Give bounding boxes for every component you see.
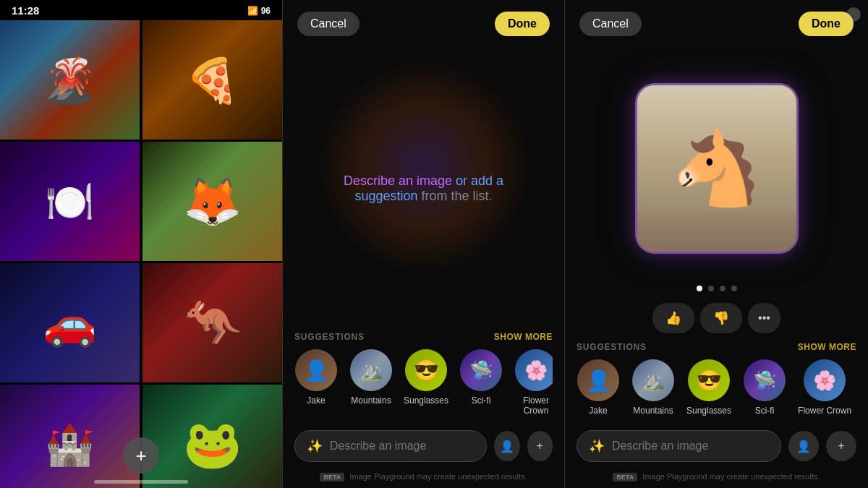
result-input-bar: ✨ 👤 + xyxy=(565,423,868,472)
horse-street-bg xyxy=(637,208,796,252)
result-chip-jake[interactable]: 👤 Jake xyxy=(576,359,620,416)
result-describe-input[interactable] xyxy=(612,440,769,453)
describe-input[interactable] xyxy=(330,440,475,453)
photo-pizza[interactable] xyxy=(142,20,282,140)
result-sunglasses-bg: 😎 xyxy=(688,359,730,401)
result-beta-text: Image Playground may create unexpected r… xyxy=(642,472,820,481)
thumbs-up-button[interactable]: 👍 xyxy=(652,303,694,333)
photo-car[interactable] xyxy=(0,263,140,382)
result-done-button[interactable]: Done xyxy=(799,12,854,36)
dot-1[interactable] xyxy=(697,286,702,291)
status-time: 11:28 xyxy=(12,4,39,17)
sunglasses-label: Sunglasses xyxy=(404,395,448,406)
result-mountains-label: Mountains xyxy=(633,406,673,416)
photo-frog[interactable] xyxy=(142,385,282,488)
scifi-avatar-bg: 🛸 xyxy=(460,349,502,391)
dot-2[interactable] xyxy=(708,286,714,291)
result-chip-scifi[interactable]: 🛸 Sci-fi xyxy=(743,359,786,416)
result-sunglasses-label: Sunglasses xyxy=(686,406,731,416)
flower-crown-label: Flower Crown xyxy=(514,395,553,416)
result-top-bar: Cancel Done xyxy=(565,0,868,45)
thumbs-down-icon: 👎 xyxy=(713,310,729,326)
or-add-text: or add a xyxy=(456,174,503,188)
result-scifi-label: Sci-fi xyxy=(755,406,775,416)
result-suggestions-section: SUGGESTIONS SHOW MORE 👤 Jake ⛰️ Mountain… xyxy=(565,342,868,423)
result-avatar-jake: 👤 xyxy=(577,359,619,401)
result-suggestions-header: SUGGESTIONS SHOW MORE xyxy=(576,342,856,352)
result-plus-icon: + xyxy=(838,440,844,453)
chip-flower-crown[interactable]: 🌸 Flower Crown xyxy=(514,349,553,416)
jake-label: Jake xyxy=(307,395,325,406)
plus-icon: + xyxy=(135,445,146,467)
wand-icon: ✨ xyxy=(307,438,323,454)
playground-result-panel: Cancel Done 🐴 👍 👎 ••• SUGGESTIONS SHOW M… xyxy=(564,0,868,488)
chip-sunglasses[interactable]: 😎 Sunglasses xyxy=(404,349,448,416)
mountains-avatar-bg: ⛰️ xyxy=(350,349,392,391)
result-chip-flower-crown[interactable]: 🌸 Flower Crown xyxy=(798,359,851,416)
input-field-wrap[interactable]: ✨ xyxy=(294,430,487,462)
plus-icon: + xyxy=(537,440,543,453)
suggestion-chips: 👤 Jake ⛰️ Mountains 😎 Sunglasses 🛸 xyxy=(294,349,553,416)
thumbs-up-icon: 👍 xyxy=(665,310,681,326)
avatar-jake: 👤 xyxy=(295,349,337,391)
result-jake-bg: 👤 xyxy=(577,359,619,401)
add-button[interactable]: + xyxy=(123,437,159,474)
done-button[interactable]: Done xyxy=(495,12,550,36)
result-chip-sunglasses[interactable]: 😎 Sunglasses xyxy=(686,359,731,416)
photo-kangaroo[interactable] xyxy=(142,263,282,382)
describe-text: Describe an image xyxy=(344,174,456,188)
mountains-label: Mountains xyxy=(351,395,391,406)
person-icon: 👤 xyxy=(500,440,514,453)
chip-scifi[interactable]: 🛸 Sci-fi xyxy=(459,349,503,416)
beta-tag: BETA xyxy=(320,473,344,481)
result-suggestions-label: SUGGESTIONS xyxy=(576,342,647,352)
thumbs-down-button[interactable]: 👎 xyxy=(700,303,742,333)
person-button[interactable]: 👤 xyxy=(494,431,520,461)
dot-3[interactable] xyxy=(720,286,726,291)
chip-jake[interactable]: 👤 Jake xyxy=(294,349,338,416)
result-input-field-wrap[interactable]: ✨ xyxy=(576,430,781,462)
action-buttons: 👍 👎 ••• xyxy=(565,297,868,342)
horse-image-frame: 🐴 xyxy=(637,85,796,252)
result-flower-crown-label: Flower Crown xyxy=(798,406,851,416)
result-suggestion-chips: 👤 Jake ⛰️ Mountains 😎 Sunglasses 🛸 xyxy=(576,359,856,416)
photo-castle[interactable] xyxy=(0,385,140,488)
photo-grid xyxy=(0,0,282,488)
prompt-text-area: Describe an image or add a suggestion fr… xyxy=(329,159,518,218)
from-list-text: from the list. xyxy=(422,189,493,203)
battery-label: 96 xyxy=(261,6,271,16)
input-bar: ✨ 👤 + xyxy=(283,423,564,472)
result-cancel-button[interactable]: Cancel xyxy=(579,12,642,36)
home-indicator xyxy=(94,480,188,484)
photo-fox[interactable] xyxy=(142,142,282,261)
result-chip-mountains[interactable]: ⛰️ Mountains xyxy=(631,359,675,416)
avatar-mountains: ⛰️ xyxy=(350,349,392,391)
playground-main-area: Describe an image or add a suggestion fr… xyxy=(283,45,564,332)
photo-volcano[interactable] xyxy=(0,20,140,140)
chip-mountains[interactable]: ⛰️ Mountains xyxy=(349,349,393,416)
result-avatar-mountains: ⛰️ xyxy=(632,359,674,401)
flower-avatar-bg: 🌸 xyxy=(515,349,553,391)
photo-panel: 11:28 📶 96 + xyxy=(0,0,282,488)
result-person-button[interactable]: 👤 xyxy=(788,431,819,461)
result-plus-button[interactable]: + xyxy=(826,431,856,461)
dot-4[interactable] xyxy=(731,286,737,291)
more-options-button[interactable]: ••• xyxy=(748,303,780,333)
result-jake-label: Jake xyxy=(589,406,607,416)
playground-top-bar: Cancel Done xyxy=(283,0,564,45)
result-scifi-bg: 🛸 xyxy=(744,359,786,401)
result-show-more-button[interactable]: SHOW MORE xyxy=(798,342,856,352)
more-icon: ••• xyxy=(758,312,770,324)
plus-button[interactable]: + xyxy=(527,431,553,461)
pagination-dots xyxy=(565,277,868,297)
wifi-icon: 📶 xyxy=(247,6,258,16)
photo-restaurant[interactable] xyxy=(0,142,140,261)
jake-avatar-bg: 👤 xyxy=(295,349,337,391)
cancel-button[interactable]: Cancel xyxy=(297,12,359,36)
show-more-button[interactable]: SHOW MORE xyxy=(494,332,553,342)
status-icons: 📶 96 xyxy=(247,6,271,16)
suggestions-header: SUGGESTIONS SHOW MORE xyxy=(294,332,553,342)
avatar-scifi: 🛸 xyxy=(460,349,502,391)
suggestions-label: SUGGESTIONS xyxy=(294,332,365,342)
avatar-sunglasses: 😎 xyxy=(405,349,447,391)
